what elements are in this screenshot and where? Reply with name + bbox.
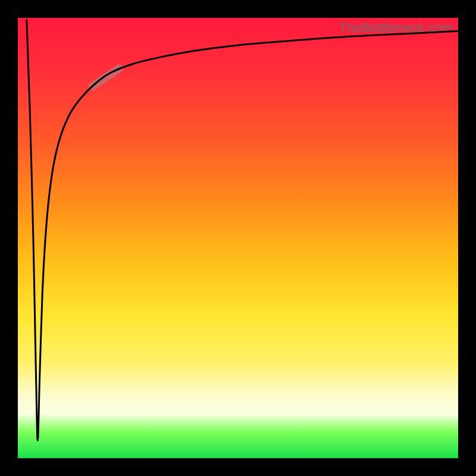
curve-svg (18, 18, 458, 458)
chart-frame: TheBottleneck.com (0, 0, 476, 476)
plot-area: TheBottleneck.com (18, 18, 458, 458)
